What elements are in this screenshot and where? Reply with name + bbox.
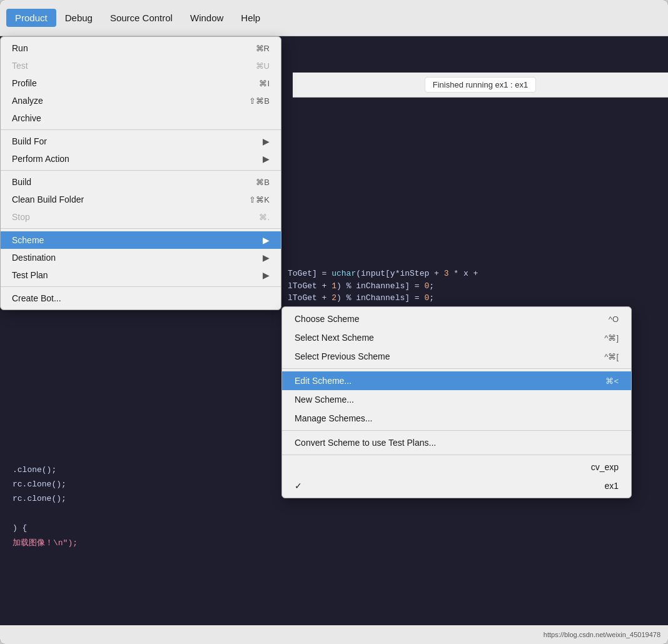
submenu-choose-scheme[interactable]: Choose Scheme ^O — [282, 309, 631, 328]
submenu-select-prev[interactable]: Select Previous Scheme ^⌘[ — [282, 347, 631, 366]
submenu-section-2: Edit Scheme... ⌘< New Scheme... Manage S… — [282, 369, 631, 431]
submenu-new-scheme[interactable]: New Scheme... — [282, 390, 631, 409]
menu-destination[interactable]: Destination ▶ — [1, 249, 281, 266]
menu-source-control[interactable]: Source Control — [101, 9, 181, 27]
menu-build[interactable]: Build ⌘B — [1, 173, 281, 191]
menu-product[interactable]: Product — [6, 9, 56, 27]
menu-section-4: Scheme ▶ Destination ▶ Test Plan ▶ — [1, 229, 281, 287]
submenu-section-3: Convert Scheme to use Test Plans... — [282, 431, 631, 455]
menu-section-1: Run ⌘R Test ⌘U Profile ⌘I Analyze ⇧⌘B Ar… — [1, 37, 281, 130]
product-dropdown[interactable]: Run ⌘R Test ⌘U Profile ⌘I Analyze ⇧⌘B Ar… — [0, 36, 281, 310]
menu-build-for[interactable]: Build For ▶ — [1, 133, 281, 150]
app-window: Product Debug Source Control Window Help… — [0, 0, 668, 644]
bottom-url: https://blog.csdn.net/weixin_45019478 — [544, 631, 660, 638]
menu-test[interactable]: Test ⌘U — [1, 57, 281, 74]
scheme-submenu[interactable]: Choose Scheme ^O Select Next Scheme ^⌘] … — [281, 306, 632, 498]
submenu-edit-scheme[interactable]: Edit Scheme... ⌘< — [282, 371, 631, 390]
menu-perform-action[interactable]: Perform Action ▶ — [1, 150, 281, 168]
menu-bar: Product Debug Source Control Window Help — [0, 0, 668, 36]
menu-window[interactable]: Window — [181, 9, 232, 27]
code-snippet-top: ToGet] = uchar(input[y*inStep + 3 * x + … — [288, 268, 478, 304]
menu-debug[interactable]: Debug — [56, 9, 101, 27]
submenu-section-1: Choose Scheme ^O Select Next Scheme ^⌘] … — [282, 307, 631, 369]
submenu-manage-schemes[interactable]: Manage Schemes... — [282, 409, 631, 428]
submenu-ex1[interactable]: ✓ ex1 — [282, 476, 631, 495]
bottom-bar: https://blog.csdn.net/weixin_45019478 — [0, 625, 668, 644]
menu-section-3: Build ⌘B Clean Build Folder ⇧⌘K Stop ⌘. — [1, 171, 281, 229]
menu-test-plan[interactable]: Test Plan ▶ — [1, 266, 281, 284]
submenu-convert-scheme[interactable]: Convert Scheme to use Test Plans... — [282, 433, 631, 452]
menu-section-5: Create Bot... — [1, 287, 281, 309]
menu-clean-build[interactable]: Clean Build Folder ⇧⌘K — [1, 191, 281, 208]
menu-stop[interactable]: Stop ⌘. — [1, 208, 281, 226]
menu-run[interactable]: Run ⌘R — [1, 39, 281, 57]
menu-archive[interactable]: Archive — [1, 109, 281, 127]
menu-scheme[interactable]: Scheme ▶ — [1, 231, 281, 249]
menu-help[interactable]: Help — [232, 9, 269, 27]
status-bar: Finished running ex1 : ex1 — [293, 73, 668, 98]
status-text: Finished running ex1 : ex1 — [425, 77, 536, 93]
menu-section-2: Build For ▶ Perform Action ▶ — [1, 130, 281, 171]
menu-create-bot[interactable]: Create Bot... — [1, 289, 281, 307]
submenu-select-next[interactable]: Select Next Scheme ^⌘] — [282, 328, 631, 347]
menu-analyze[interactable]: Analyze ⇧⌘B — [1, 92, 281, 109]
menu-profile[interactable]: Profile ⌘I — [1, 74, 281, 92]
code-snippet-bottom: .clone(); rc.clone(); rc.clone(); ) { 加载… — [0, 463, 78, 550]
submenu-cv-exp[interactable]: ✓ cv_exp — [282, 458, 631, 476]
submenu-section-4: ✓ cv_exp ✓ ex1 — [282, 455, 631, 498]
